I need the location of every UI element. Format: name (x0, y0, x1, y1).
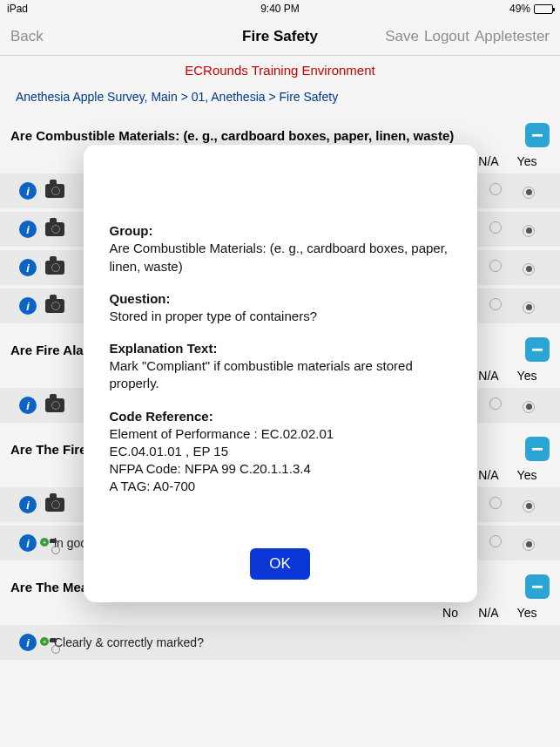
camera-icon[interactable] (45, 222, 64, 236)
training-banner: ECRounds Training Environment (0, 56, 560, 85)
battery-percent: 49% (509, 3, 530, 15)
radio-yes[interactable] (523, 539, 535, 551)
col-na: N/A (476, 369, 501, 383)
status-bar: iPad 9:40 PM 49% (0, 0, 560, 17)
breadcrumb[interactable]: Anethesia Apple Survey, Main > 01, Aneth… (0, 85, 560, 119)
modal-coderef-label: Code Reference: (110, 409, 451, 424)
section-title: Are The Fire (10, 442, 87, 457)
collapse-button[interactable]: − (525, 123, 550, 147)
radio-yes[interactable] (523, 187, 535, 199)
collapse-button[interactable]: − (525, 437, 550, 461)
logout-button[interactable]: Logout (424, 28, 469, 45)
modal-question: Stored in proper type of containers? (110, 308, 451, 325)
col-na: N/A (476, 468, 501, 482)
radio-na[interactable] (489, 298, 502, 310)
modal-group-label: Group: (110, 223, 451, 238)
info-icon[interactable]: i (19, 221, 37, 238)
radio-yes[interactable] (523, 263, 535, 275)
col-na: N/A (476, 606, 501, 620)
radio-yes[interactable] (523, 500, 535, 513)
info-icon[interactable]: i (19, 182, 37, 200)
col-yes: Yes (515, 468, 539, 482)
radio-na[interactable] (489, 260, 502, 272)
camera-icon[interactable] (45, 398, 64, 412)
camera-icon[interactable] (45, 498, 64, 512)
question-row: i + Clearly & correctly marked? (0, 625, 560, 660)
info-icon[interactable]: i (19, 534, 37, 552)
column-headers: No N/A Yes (0, 602, 560, 625)
camera-icon[interactable] (45, 299, 64, 313)
modal-explanation-label: Explanation Text: (110, 341, 451, 356)
radio-na[interactable] (489, 221, 502, 234)
clock: 9:40 PM (260, 3, 300, 15)
radio-yes[interactable] (523, 225, 535, 237)
section-title: Are Combustible Materials: (e. g., cardb… (10, 128, 454, 143)
nav-bar: Back Fire Safety Save Logout Appletester (0, 17, 560, 56)
camera-icon[interactable] (45, 261, 64, 275)
info-icon[interactable]: i (19, 297, 37, 315)
device-label: iPad (7, 3, 28, 15)
info-icon[interactable]: i (19, 496, 37, 513)
radio-na[interactable] (489, 397, 502, 410)
info-modal: Group: Are Combustible Materials: (e. g.… (84, 145, 477, 601)
radio-yes[interactable] (523, 401, 535, 413)
radio-na[interactable] (489, 497, 502, 509)
row-text: Clearly & correctly marked? (54, 635, 541, 649)
back-button[interactable]: Back (10, 28, 44, 45)
col-yes: Yes (515, 369, 539, 383)
col-yes: Yes (515, 606, 539, 620)
modal-coderef: Element of Performance : EC.02.02.01 EC.… (110, 425, 451, 496)
modal-group: Are Combustible Materials: (e. g., cardb… (110, 240, 451, 275)
ok-button[interactable]: OK (250, 548, 310, 580)
info-icon[interactable]: i (19, 397, 37, 414)
info-icon[interactable]: i (19, 634, 37, 651)
radio-yes[interactable] (523, 302, 535, 314)
modal-question-label: Question: (110, 291, 451, 306)
save-button[interactable]: Save (385, 28, 419, 45)
radio-na[interactable] (489, 183, 502, 195)
status-right: 49% (509, 3, 553, 15)
radio-na[interactable] (489, 535, 502, 547)
col-na: N/A (476, 154, 501, 168)
user-label[interactable]: Appletester (475, 28, 550, 45)
camera-icon[interactable] (45, 184, 64, 198)
collapse-button[interactable]: − (525, 337, 550, 362)
col-no: No (438, 606, 462, 620)
page-title: Fire Safety (242, 28, 318, 45)
collapse-button[interactable]: − (525, 574, 550, 599)
col-yes: Yes (515, 154, 539, 168)
info-icon[interactable]: i (19, 259, 37, 276)
modal-explanation: Mark "Compliant" if combustible material… (110, 357, 451, 393)
section-title: Are Fire Alar (10, 343, 88, 357)
battery-icon (534, 4, 553, 14)
